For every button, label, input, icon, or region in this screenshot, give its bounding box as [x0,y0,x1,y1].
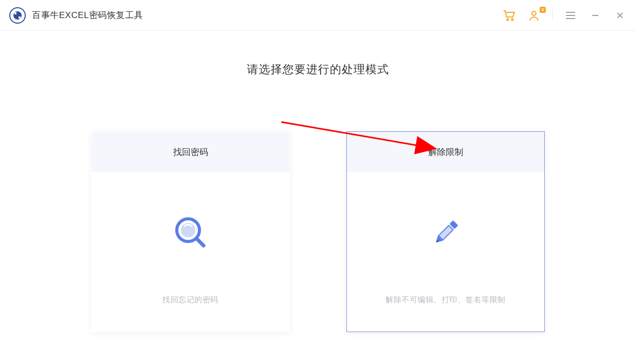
menu-icon[interactable] [564,9,577,22]
svg-point-1 [511,19,513,20]
minimize-button[interactable] [589,9,602,22]
card-title: 解除限制 [347,132,544,172]
titlebar-right: V [503,9,627,22]
svg-point-0 [507,19,508,20]
vip-badge: V [540,7,546,13]
app-logo-icon [9,7,26,24]
card-title: 找回密码 [92,132,289,172]
page-heading: 请选择您要进行的处理模式 [247,62,389,77]
card-description: 解除不可编辑、打印、签名等限制 [386,295,506,332]
close-button[interactable] [613,9,627,22]
app-title: 百事牛EXCEL密码恢复工具 [32,9,143,21]
card-icon-wrap [347,172,544,295]
svg-line-11 [197,239,204,246]
main-content: 请选择您要进行的处理模式 找回密码 找回忘记的密码 解除限制 [0,31,636,332]
card-icon-wrap [92,172,289,295]
cart-icon[interactable] [503,9,516,22]
mode-cards: 找回密码 找回忘记的密码 解除限制 [91,131,545,332]
card-description: 找回忘记的密码 [162,295,219,332]
pencil-icon [428,215,464,253]
titlebar: 百事牛EXCEL密码恢复工具 V [0,0,636,31]
titlebar-left: 百事牛EXCEL密码恢复工具 [9,7,143,24]
user-icon[interactable]: V [527,9,541,22]
svg-point-2 [532,11,536,15]
card-remove-restriction[interactable]: 解除限制 解除不可编辑、打印、签名等限制 [346,131,545,332]
divider [552,10,553,21]
magnifier-icon [173,215,209,253]
card-recover-password[interactable]: 找回密码 找回忘记的密码 [91,131,290,332]
